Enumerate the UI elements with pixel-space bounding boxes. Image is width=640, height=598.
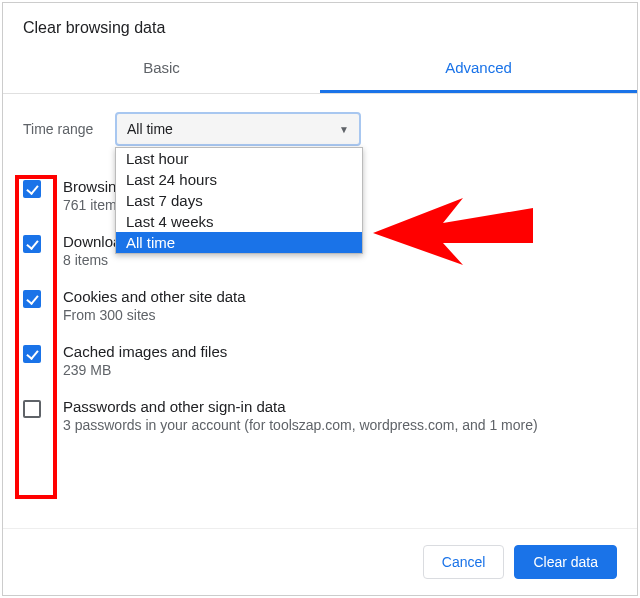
dialog-title: Clear browsing data [3, 3, 637, 47]
item-subtitle: From 300 sites [63, 307, 246, 323]
dropdown-option-last-7-days[interactable]: Last 7 days [116, 190, 362, 211]
cancel-button[interactable]: Cancel [423, 545, 505, 579]
dropdown-option-last-24-hours[interactable]: Last 24 hours [116, 169, 362, 190]
tab-advanced[interactable]: Advanced [320, 47, 637, 93]
item-label: Cached images and files [63, 343, 227, 360]
dropdown-option-all-time[interactable]: All time [116, 232, 362, 253]
time-range-select[interactable]: All time ▼ Last hour Last 24 hours Last … [115, 112, 361, 146]
content-area: Time range All time ▼ Last hour Last 24 … [3, 94, 637, 504]
tabs: Basic Advanced [3, 47, 637, 94]
checkbox-passwords[interactable] [23, 400, 41, 418]
item-label: Cookies and other site data [63, 288, 246, 305]
time-range-dropdown: Last hour Last 24 hours Last 7 days Last… [115, 147, 363, 254]
dropdown-option-last-hour[interactable]: Last hour [116, 148, 362, 169]
checkbox-cookies[interactable] [23, 290, 41, 308]
item-subtitle: 3 passwords in your account (for toolsza… [63, 417, 538, 433]
caret-down-icon: ▼ [339, 124, 349, 135]
clear-data-button[interactable]: Clear data [514, 545, 617, 579]
tab-basic[interactable]: Basic [3, 47, 320, 93]
list-item: Cookies and other site data From 300 sit… [23, 278, 627, 333]
item-subtitle: 8 items [63, 252, 178, 268]
list-item: Passwords and other sign-in data 3 passw… [23, 388, 627, 443]
dropdown-option-last-4-weeks[interactable]: Last 4 weeks [116, 211, 362, 232]
item-label: Passwords and other sign-in data [63, 398, 538, 415]
dialog-footer: Cancel Clear data [3, 528, 637, 595]
list-item: Cached images and files 239 MB [23, 333, 627, 388]
checkbox-browsing-history[interactable] [23, 180, 41, 198]
item-subtitle: 239 MB [63, 362, 227, 378]
checkbox-cached[interactable] [23, 345, 41, 363]
time-range-label: Time range [23, 121, 115, 137]
checkbox-download-history[interactable] [23, 235, 41, 253]
time-range-selected-value: All time [127, 121, 173, 137]
